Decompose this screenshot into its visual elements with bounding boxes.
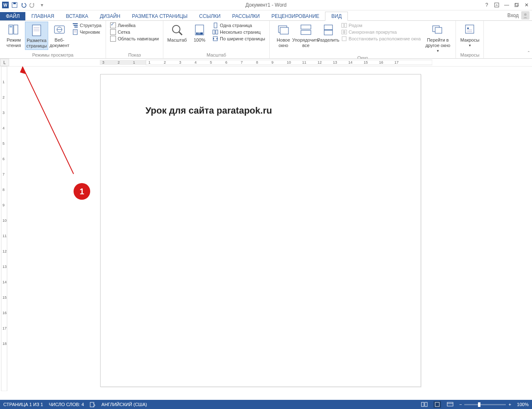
ribbon-display-icon[interactable]	[492, 1, 501, 9]
page[interactable]: Урок для сайта paratapok.ru	[100, 74, 421, 387]
svg-text:3: 3	[102, 60, 104, 64]
svg-rect-6	[515, 3, 519, 6]
ribbon: Режим чтения Разметка страницы Веб-докум…	[0, 21, 532, 59]
svg-text:5: 5	[2, 141, 5, 146]
new-window-button[interactable]: Новое окно	[272, 22, 295, 49]
collapse-ribbon-icon[interactable]: ˆ	[528, 51, 530, 57]
switch-windows-button[interactable]: Перейти в другое окно▼	[422, 22, 453, 55]
svg-text:16: 16	[2, 311, 7, 315]
tab-insert[interactable]: ВСТАВКА	[60, 12, 94, 20]
print-layout-button[interactable]: Разметка страницы	[25, 22, 48, 50]
svg-rect-11	[32, 25, 41, 36]
zoom-100-button[interactable]: 100 100%	[188, 22, 211, 44]
svg-rect-34	[280, 27, 288, 34]
svg-text:18: 18	[2, 342, 7, 346]
horizontal-ruler[interactable]: 3211234567891011121314151617	[100, 59, 532, 66]
svg-rect-20	[74, 27, 78, 27]
svg-text:4: 4	[195, 60, 197, 64]
svg-text:10: 10	[287, 60, 291, 64]
minimize-icon[interactable]: —	[502, 1, 511, 9]
svg-text:8: 8	[256, 60, 258, 64]
svg-rect-43	[342, 37, 346, 41]
draft-button[interactable]: Черновик	[72, 29, 101, 35]
one-page-button[interactable]: Одна страница	[212, 22, 265, 28]
svg-text:3: 3	[179, 60, 181, 64]
svg-rect-39	[342, 23, 344, 27]
group-label-zoom: Масштаб	[166, 52, 267, 58]
read-mode-button[interactable]: Режим чтения	[2, 22, 25, 49]
tab-design[interactable]: ДИЗАЙН	[94, 12, 126, 20]
help-icon[interactable]: ?	[482, 1, 491, 9]
svg-text:14: 14	[2, 280, 7, 284]
qat-customize-icon[interactable]: ▾	[38, 1, 46, 9]
document-text[interactable]: Урок для сайта paratapok.ru	[145, 105, 272, 116]
side-by-side-button[interactable]: Рядом	[341, 22, 421, 28]
svg-rect-29	[214, 23, 217, 28]
svg-rect-5	[515, 4, 518, 7]
ribbon-tabs: ФАЙЛ ГЛАВНАЯ ВСТАВКА ДИЗАЙН РАЗМЕТКА СТР…	[0, 10, 532, 21]
svg-text:11: 11	[302, 60, 306, 64]
svg-rect-45	[435, 27, 442, 33]
group-label-show: Показ	[108, 52, 160, 58]
reset-window-button[interactable]: Восстановить расположение окна	[341, 36, 421, 42]
redo-icon[interactable]	[29, 1, 37, 9]
ruler-bar: L 3211234567891011121314151617	[0, 59, 532, 67]
svg-point-24	[172, 25, 180, 33]
svg-text:10: 10	[2, 218, 7, 223]
svg-text:15: 15	[2, 295, 7, 300]
close-icon[interactable]: ✕	[522, 1, 531, 9]
svg-rect-35	[301, 25, 311, 29]
tab-file[interactable]: ФАЙЛ	[0, 12, 25, 20]
outline-button[interactable]: Структура	[72, 22, 101, 28]
svg-text:12: 12	[2, 249, 7, 253]
arrange-all-button[interactable]: Упорядочить все	[295, 22, 317, 49]
svg-text:2: 2	[164, 60, 166, 64]
svg-rect-4	[495, 3, 499, 7]
navpane-checkbox[interactable]: Область навигации	[110, 36, 159, 42]
macros-button[interactable]: Макросы▼	[458, 22, 481, 49]
maximize-icon[interactable]	[512, 1, 521, 9]
group-window: Новое окно Упорядочить все Разделить Ряд…	[270, 21, 456, 58]
svg-text:1: 1	[148, 60, 150, 64]
ruler-checkbox[interactable]: Линейка	[110, 22, 159, 28]
svg-text:13: 13	[2, 265, 7, 269]
user-avatar-icon[interactable]	[521, 11, 530, 20]
svg-text:8: 8	[2, 188, 5, 192]
svg-marker-90	[20, 67, 26, 74]
svg-text:12: 12	[318, 60, 322, 64]
svg-rect-31	[216, 30, 218, 34]
page-width-button[interactable]: По ширине страницы	[212, 36, 265, 42]
group-macros: Макросы▼ Макросы	[456, 21, 484, 58]
tab-page-layout[interactable]: РАЗМЕТКА СТРАНИЦЫ	[126, 12, 194, 20]
zoom-button[interactable]: Масштаб	[166, 22, 188, 44]
signin-label[interactable]: Вход	[507, 12, 519, 18]
gridlines-checkbox[interactable]: Сетка	[110, 29, 159, 35]
svg-text:100: 100	[197, 32, 201, 35]
svg-text:9: 9	[2, 203, 5, 207]
svg-text:16: 16	[379, 60, 383, 64]
svg-point-47	[467, 27, 469, 29]
web-layout-button[interactable]: Веб-документ	[48, 22, 71, 49]
svg-text:17: 17	[394, 60, 399, 64]
multiple-pages-button[interactable]: Несколько страниц	[212, 29, 265, 35]
tab-selector[interactable]: L	[0, 59, 9, 66]
svg-rect-48	[100, 60, 146, 65]
svg-rect-3	[13, 2, 16, 4]
save-icon[interactable]	[11, 1, 18, 9]
svg-text:5: 5	[210, 60, 212, 64]
svg-text:14: 14	[348, 60, 352, 64]
tab-review[interactable]: РЕЦЕНЗИРОВАНИЕ	[266, 12, 325, 20]
vertical-ruler[interactable]: 123456789101112131415161718	[0, 67, 9, 391]
tab-home[interactable]: ГЛАВНАЯ	[25, 12, 60, 20]
group-label-views: Режимы просмотра	[2, 52, 103, 58]
svg-text:2: 2	[2, 95, 5, 99]
tab-references[interactable]: ССЫЛКИ	[193, 12, 226, 20]
sync-scroll-button[interactable]: Синхронная прокрутка	[341, 29, 421, 35]
undo-icon[interactable]	[20, 1, 27, 9]
svg-text:11: 11	[2, 234, 7, 238]
tab-mailings[interactable]: РАССЫЛКИ	[227, 12, 266, 20]
svg-text:13: 13	[333, 60, 337, 64]
window-title: Документ1 - Word	[245, 2, 286, 8]
split-button[interactable]: Разделить	[317, 22, 340, 44]
tab-view[interactable]: ВИД	[325, 12, 348, 21]
